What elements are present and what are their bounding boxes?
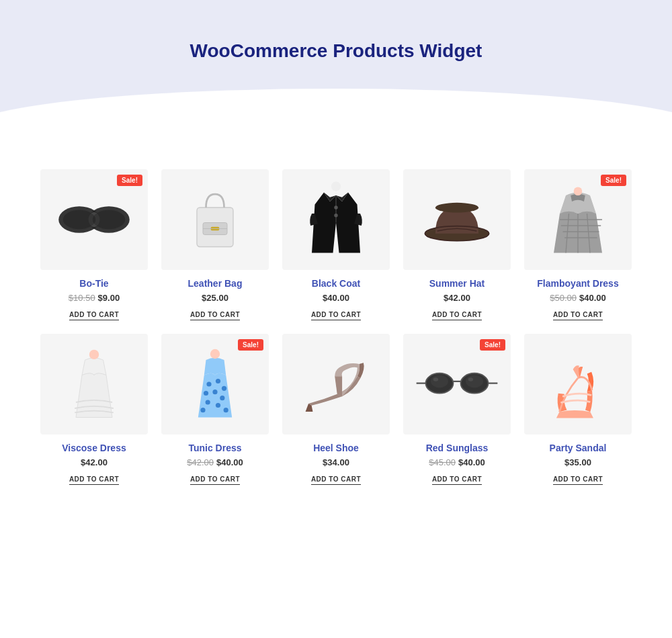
svg-point-14 (435, 202, 478, 212)
svg-point-40 (431, 375, 448, 388)
svg-point-27 (204, 391, 208, 396)
product-name: Tunic Dress (188, 443, 241, 453)
svg-point-26 (222, 386, 226, 391)
price-original: $42.00 (187, 457, 214, 467)
price-wrap: $50.00$40.00 (550, 292, 606, 304)
svg-point-34 (210, 349, 220, 359)
price-regular: $25.00 (202, 293, 228, 303)
svg-point-28 (212, 390, 217, 394)
svg-point-43 (468, 377, 473, 381)
product-name: Viscose Dress (62, 443, 126, 453)
price-wrap: $34.00 (323, 457, 349, 469)
price-sale: $40.00 (458, 457, 485, 467)
add-to-cart-button[interactable]: ADD TO CART (432, 310, 482, 320)
product-image-flamboyant-dress: Sale! (524, 169, 632, 270)
product-name: Bo-Tie (79, 278, 108, 289)
product-image-viscose-dress (40, 334, 148, 435)
add-to-cart-button[interactable]: ADD TO CART (190, 474, 240, 485)
product-image-bo-tie: Sale! (40, 169, 148, 270)
product-name: Heel Shoe (313, 443, 359, 453)
price-wrap: $45.00$40.00 (429, 457, 485, 469)
price-original: $10.50 (69, 293, 95, 303)
price-wrap: $42.00 (444, 292, 470, 304)
product-card-viscose-dress: Viscose Dress $42.00 ADD TO CART (40, 334, 148, 485)
sale-badge: Sale! (117, 175, 142, 186)
product-image-red-sunglass: Sale! (403, 334, 511, 435)
product-image-tunic-dress: Sale! (161, 334, 269, 435)
header-section: WooCommerce Products Widget (0, 0, 672, 129)
svg-point-23 (89, 350, 99, 359)
page-title: WooCommerce Products Widget (13, 40, 659, 62)
price-regular: $34.00 (323, 457, 349, 467)
sale-badge: Sale! (480, 339, 505, 351)
price-wrap: $42.00 (81, 457, 108, 469)
product-card-summer-hat: Summer Hat $42.00 ADD TO CART (403, 169, 511, 320)
price-regular: $40.00 (323, 293, 349, 303)
product-name: Black Coat (312, 278, 360, 289)
product-name: Red Sunglass (426, 443, 489, 453)
svg-point-22 (574, 187, 583, 195)
price-sale: $9.00 (98, 293, 120, 303)
price-wrap: $35.00 (564, 457, 591, 469)
product-name: Party Sandal (550, 443, 607, 453)
price-wrap: $42.00$40.00 (187, 457, 243, 469)
svg-point-4 (93, 210, 125, 230)
product-card-black-coat: Black Coat $40.00 ADD TO CART (282, 169, 390, 320)
price-wrap: $25.00 (202, 292, 228, 304)
add-to-cart-button[interactable]: ADD TO CART (553, 310, 603, 320)
product-card-red-sunglass: Sale! Red Sunglass $45.00$40.00 ADD TO C… (403, 334, 511, 485)
svg-point-3 (63, 210, 95, 230)
product-name: Leather Bag (188, 278, 243, 289)
product-card-party-sandal: Party Sandal $35.00 ADD TO CART (524, 334, 632, 485)
svg-point-33 (200, 408, 205, 412)
add-to-cart-button[interactable]: ADD TO CART (311, 474, 361, 485)
svg-point-30 (206, 400, 210, 405)
add-to-cart-button[interactable]: ADD TO CART (190, 310, 240, 320)
product-card-leather-bag: Leather Bag $25.00 ADD TO CART (161, 169, 269, 320)
svg-point-41 (466, 375, 483, 388)
product-image-heel-shoe (282, 334, 390, 435)
svg-point-32 (224, 408, 228, 412)
product-card-tunic-dress: Sale! Tunic Dress $42.00$40.00 ADD TO CA… (161, 334, 269, 485)
products-section: Sale! Bo-Tie $10.50$9.00 ADD TO CART Lea… (0, 129, 672, 512)
sale-badge: Sale! (238, 339, 263, 351)
product-image-black-coat (282, 169, 390, 270)
svg-point-24 (206, 382, 211, 387)
svg-point-9 (334, 206, 337, 209)
svg-point-25 (216, 379, 220, 383)
svg-point-10 (334, 214, 337, 217)
add-to-cart-button[interactable]: ADD TO CART (432, 474, 482, 485)
svg-point-31 (216, 403, 220, 408)
products-grid: Sale! Bo-Tie $10.50$9.00 ADD TO CART Lea… (40, 169, 632, 485)
price-original: $45.00 (429, 457, 456, 467)
product-name: Summer Hat (429, 278, 485, 289)
price-wrap: $40.00 (323, 292, 349, 304)
price-wrap: $10.50$9.00 (69, 292, 120, 304)
product-image-party-sandal (524, 334, 632, 435)
product-image-summer-hat (403, 169, 511, 270)
price-original: $50.00 (550, 293, 577, 303)
product-card-bo-tie: Sale! Bo-Tie $10.50$9.00 ADD TO CART (40, 169, 148, 320)
price-regular: $42.00 (81, 457, 108, 467)
price-regular: $35.00 (564, 457, 591, 467)
add-to-cart-button[interactable]: ADD TO CART (69, 310, 119, 320)
svg-point-29 (220, 396, 224, 400)
svg-point-42 (433, 377, 438, 381)
add-to-cart-button[interactable]: ADD TO CART (311, 310, 361, 320)
add-to-cart-button[interactable]: ADD TO CART (69, 474, 119, 485)
product-name: Flamboyant Dress (537, 278, 618, 289)
price-sale: $40.00 (579, 293, 606, 303)
product-card-heel-shoe: Heel Shoe $34.00 ADD TO CART (282, 334, 390, 485)
sale-badge: Sale! (601, 175, 626, 186)
svg-point-11 (331, 181, 341, 191)
product-card-flamboyant-dress: Sale! Flamboyant Dress $50.00$40.00 ADD … (524, 169, 632, 320)
add-to-cart-button[interactable]: ADD TO CART (553, 474, 603, 485)
price-sale: $40.00 (216, 457, 243, 467)
product-image-leather-bag (161, 169, 269, 270)
price-regular: $42.00 (444, 293, 470, 303)
